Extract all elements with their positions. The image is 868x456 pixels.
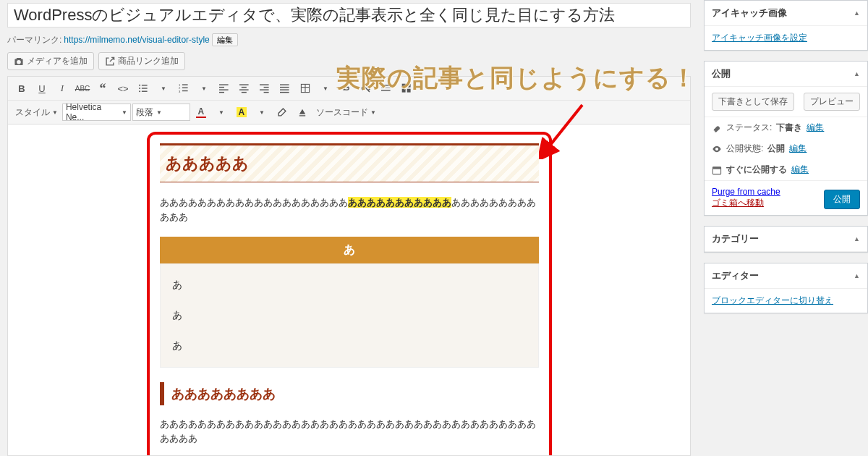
svg-rect-39 bbox=[712, 166, 720, 169]
svg-rect-12 bbox=[219, 84, 229, 85]
code-button[interactable]: <> bbox=[114, 80, 132, 97]
align-right-button[interactable] bbox=[255, 80, 274, 97]
permalink-edit-button[interactable]: 編集 bbox=[212, 33, 238, 46]
content-para-2[interactable]: ああああああああああああああああああああああああああああああああああああああああ… bbox=[160, 417, 539, 445]
panel-toggle-icon[interactable]: ▲ bbox=[854, 272, 860, 279]
align-center-button[interactable] bbox=[235, 80, 254, 97]
ol-dropdown-icon[interactable]: ▼ bbox=[195, 80, 213, 97]
purge-cache-link[interactable]: Purge from cache bbox=[712, 187, 780, 197]
svg-rect-5 bbox=[142, 91, 148, 92]
editor-content-area[interactable]: あああああ ああああああああああああああああああああああああああああああああああ… bbox=[7, 124, 691, 456]
calendar-icon bbox=[712, 165, 722, 175]
svg-text:3: 3 bbox=[179, 90, 181, 93]
font-family-select[interactable]: Helvetica Ne... bbox=[62, 104, 131, 121]
text-color-button[interactable]: A bbox=[192, 104, 210, 121]
style-dropdown[interactable]: スタイル bbox=[12, 106, 61, 119]
svg-rect-15 bbox=[219, 92, 224, 93]
eraser-button[interactable] bbox=[273, 104, 292, 121]
add-media-button[interactable]: メディアを追加 bbox=[7, 52, 94, 70]
source-code-dropdown[interactable]: ソースコード bbox=[313, 106, 379, 119]
highlight-button[interactable] bbox=[293, 104, 312, 121]
permalink-row: パーマリンク: https://milmemo.net/visual-edito… bbox=[0, 32, 698, 52]
panel-toggle-icon[interactable]: ▲ bbox=[854, 9, 860, 17]
save-draft-button[interactable]: 下書きとして保存 bbox=[712, 93, 794, 111]
bg-color-button[interactable]: A bbox=[232, 104, 251, 121]
svg-rect-18 bbox=[239, 89, 249, 90]
svg-rect-26 bbox=[280, 89, 289, 90]
ol-button[interactable]: 123 bbox=[174, 80, 193, 97]
permalink-link[interactable]: https://milmemo.net/visual-editor-style bbox=[64, 35, 209, 45]
panel-toggle-icon[interactable]: ▲ bbox=[854, 235, 860, 242]
svg-rect-23 bbox=[264, 92, 269, 93]
table-button[interactable] bbox=[296, 80, 315, 97]
svg-point-2 bbox=[139, 88, 140, 89]
set-featured-image-link[interactable]: アイキャッチ画像を設定 bbox=[712, 33, 807, 43]
svg-rect-3 bbox=[142, 88, 148, 88]
svg-rect-16 bbox=[239, 84, 249, 85]
publish-button[interactable]: 公開 bbox=[824, 190, 860, 209]
svg-rect-1 bbox=[142, 85, 148, 85]
svg-rect-21 bbox=[264, 87, 269, 88]
panel-toggle-icon[interactable]: ▲ bbox=[854, 70, 860, 77]
svg-rect-7 bbox=[182, 84, 188, 85]
table-cell: あ bbox=[172, 331, 527, 361]
annotation-arrow-icon bbox=[539, 101, 590, 159]
svg-point-4 bbox=[139, 90, 140, 92]
key-icon bbox=[712, 123, 722, 133]
bold-button[interactable]: B bbox=[12, 80, 31, 97]
ul-button[interactable] bbox=[134, 80, 153, 97]
category-panel: カテゴリー ▲ bbox=[704, 226, 868, 253]
svg-rect-19 bbox=[242, 92, 247, 93]
table-header-cell: あ bbox=[160, 237, 539, 263]
text-color-dropdown-icon[interactable]: ▼ bbox=[212, 104, 231, 121]
strike-button[interactable]: ABC bbox=[73, 80, 92, 97]
annotation-text: 実際の記事と同じようにする！ bbox=[336, 62, 697, 95]
align-justify-button[interactable] bbox=[276, 80, 294, 97]
editor-panel-title: エディター bbox=[712, 269, 759, 282]
svg-rect-27 bbox=[280, 92, 289, 93]
svg-rect-20 bbox=[260, 84, 269, 85]
svg-rect-13 bbox=[219, 87, 224, 88]
italic-button[interactable]: I bbox=[53, 80, 72, 97]
preview-button[interactable]: プレビュー bbox=[804, 93, 860, 111]
move-to-trash-link[interactable]: ゴミ箱へ移動 bbox=[712, 197, 780, 209]
publish-panel: 公開 ▲ 下書きとして保存 プレビュー ステータス: 下書き 編集 公開状態: … bbox=[704, 61, 868, 216]
camera-icon bbox=[14, 56, 24, 67]
visibility-edit-link[interactable]: 編集 bbox=[789, 143, 807, 155]
external-link-icon bbox=[105, 56, 115, 67]
table-cell: あ bbox=[172, 270, 527, 300]
category-title: カテゴリー bbox=[712, 232, 759, 245]
underline-button[interactable]: U bbox=[33, 80, 51, 97]
featured-image-panel: アイキャッチ画像 ▲ アイキャッチ画像を設定 bbox=[704, 0, 868, 51]
bg-color-dropdown-icon[interactable]: ▼ bbox=[252, 104, 271, 121]
svg-rect-14 bbox=[219, 89, 229, 90]
svg-rect-17 bbox=[242, 87, 247, 88]
table-dropdown-icon[interactable]: ▼ bbox=[316, 80, 335, 97]
product-link-button[interactable]: 商品リンク追加 bbox=[98, 52, 185, 70]
svg-line-40 bbox=[548, 105, 582, 148]
align-left-button[interactable] bbox=[215, 80, 234, 97]
block-format-select[interactable]: 段落 bbox=[132, 104, 190, 121]
content-para-1[interactable]: ああああああああああああああああああああああああああああああああああああああああ… bbox=[160, 195, 539, 224]
svg-rect-11 bbox=[182, 90, 188, 91]
highlighted-text: あああああああああああ bbox=[348, 197, 451, 208]
editor-panel: エディター ▲ ブロックエディターに切り替え bbox=[704, 263, 868, 313]
schedule-edit-link[interactable]: 編集 bbox=[791, 164, 809, 176]
svg-rect-25 bbox=[280, 87, 289, 88]
quote-button[interactable]: “ bbox=[93, 80, 112, 97]
permalink-label: パーマリンク: bbox=[7, 34, 61, 46]
svg-rect-22 bbox=[260, 89, 269, 90]
content-h2[interactable]: あああああ bbox=[160, 143, 539, 182]
content-table[interactable]: あ あ あ あ bbox=[160, 237, 539, 368]
content-h3[interactable]: ああああああああ bbox=[160, 382, 539, 405]
featured-image-title: アイキャッチ画像 bbox=[712, 7, 787, 20]
highlighted-preview-box: あああああ ああああああああああああああああああああああああああああああああああ… bbox=[147, 132, 552, 456]
post-title-input[interactable] bbox=[7, 3, 691, 28]
ul-dropdown-icon[interactable]: ▼ bbox=[154, 80, 173, 97]
publish-title: 公開 bbox=[712, 67, 731, 80]
status-edit-link[interactable]: 編集 bbox=[807, 122, 824, 134]
switch-editor-link[interactable]: ブロックエディターに切り替え bbox=[712, 295, 833, 305]
svg-rect-9 bbox=[182, 88, 188, 88]
svg-point-0 bbox=[139, 85, 140, 86]
visibility-icon bbox=[712, 144, 722, 154]
